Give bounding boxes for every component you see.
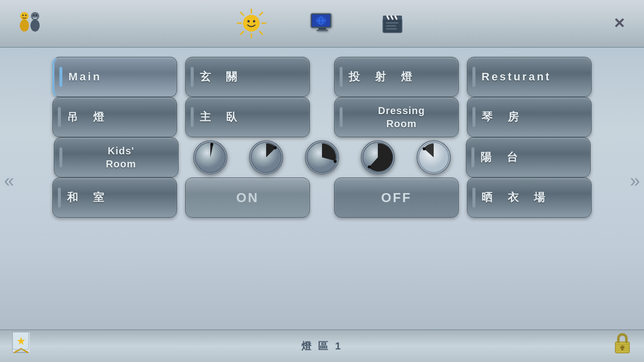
svg-rect-31	[386, 22, 398, 24]
shaiyichang-button[interactable]: 晒 衣 場	[467, 177, 592, 218]
active-indicator	[59, 67, 62, 87]
svg-rect-21	[318, 28, 326, 30]
dial-3[interactable]	[305, 140, 339, 174]
heshi-button[interactable]: 和 室	[52, 177, 177, 218]
zhuwuo-button[interactable]: 主 臥	[185, 97, 310, 137]
svg-point-1	[20, 19, 29, 31]
indicator	[59, 147, 62, 167]
svg-line-13	[260, 32, 263, 35]
svg-point-43	[423, 147, 426, 150]
lock-icon[interactable]	[611, 331, 634, 358]
svg-point-41	[368, 165, 371, 168]
svg-rect-22	[316, 30, 328, 31]
yangtai-button[interactable]: 陽 台	[466, 137, 591, 177]
indicator	[58, 188, 61, 208]
row-2: 吊 燈 主 臥 DressingRoom 琴 房	[0, 97, 644, 137]
resturant-button[interactable]: Resturant	[467, 57, 592, 97]
svg-rect-32	[386, 25, 396, 27]
svg-point-39	[334, 160, 337, 163]
svg-point-7	[36, 15, 37, 16]
row-1: Main 玄 關 投 射 燈 Resturant	[0, 57, 644, 97]
dial-5[interactable]	[417, 140, 451, 174]
people-icon[interactable]	[15, 9, 45, 39]
header-center	[236, 9, 408, 39]
svg-rect-51	[621, 347, 623, 350]
off-button[interactable]: OFF	[334, 177, 459, 218]
dial-2[interactable]	[249, 140, 283, 174]
xuanguan-button[interactable]: 玄 關	[185, 57, 310, 97]
kids-room-button[interactable]: Kids'Room	[54, 137, 179, 177]
dial-3-container	[298, 137, 346, 177]
indicator	[472, 67, 475, 87]
main-content: Main 玄 關 投 射 燈 Resturant 吊 燈 主 臥 Dressin…	[0, 48, 644, 218]
nav-right-arrow[interactable]: »	[630, 170, 640, 192]
svg-line-15	[240, 32, 244, 35]
svg-point-5	[30, 19, 39, 31]
dial-1[interactable]	[193, 140, 227, 174]
indicator	[191, 107, 194, 127]
svg-rect-33	[386, 28, 397, 30]
row-3: Kids'Room	[0, 137, 644, 177]
dial-5-container	[410, 137, 458, 177]
svg-point-6	[33, 15, 35, 16]
svg-line-12	[240, 13, 244, 16]
indicator	[340, 107, 343, 127]
close-button[interactable]: ✕	[609, 14, 629, 34]
diudeng-button[interactable]: 吊 燈	[52, 97, 177, 137]
indicator	[471, 147, 474, 167]
svg-point-37	[274, 146, 277, 149]
svg-point-16	[243, 15, 260, 31]
dial-4[interactable]	[361, 140, 395, 174]
svg-point-17	[248, 20, 250, 23]
svg-point-35	[210, 143, 213, 146]
svg-point-4	[31, 12, 39, 20]
clapperboard-icon[interactable]	[377, 9, 408, 39]
dial-2-container	[243, 137, 290, 177]
svg-point-18	[253, 20, 256, 23]
toushedeng-button[interactable]: 投 射 燈	[334, 57, 459, 97]
dressing-room-button[interactable]: DressingRoom	[334, 97, 459, 137]
indicator	[340, 67, 343, 87]
on-button[interactable]: ON	[185, 177, 310, 218]
svg-point-3	[25, 15, 27, 16]
bottom-title: 燈 區 1	[301, 339, 343, 353]
svg-line-14	[260, 13, 263, 16]
dial-4-container	[354, 137, 402, 177]
svg-point-0	[20, 12, 29, 20]
indicator	[191, 67, 194, 87]
qinfang-button[interactable]: 琴 房	[467, 97, 592, 137]
indicator	[472, 188, 475, 208]
main-button[interactable]: Main	[52, 57, 177, 97]
header: ✕	[0, 0, 644, 48]
bookmark-icon[interactable]	[10, 331, 33, 358]
dial-1-container	[187, 137, 234, 177]
monitor-icon[interactable]	[307, 9, 337, 39]
nav-left-arrow[interactable]: «	[4, 170, 14, 192]
indicator	[472, 107, 475, 127]
row-4: 和 室 ON OFF 晒 衣 場	[0, 177, 644, 218]
svg-point-2	[22, 15, 24, 16]
sun-smiley-icon[interactable]	[236, 9, 267, 39]
bottom-bar: 燈 區 1	[0, 329, 644, 362]
indicator	[58, 107, 61, 127]
